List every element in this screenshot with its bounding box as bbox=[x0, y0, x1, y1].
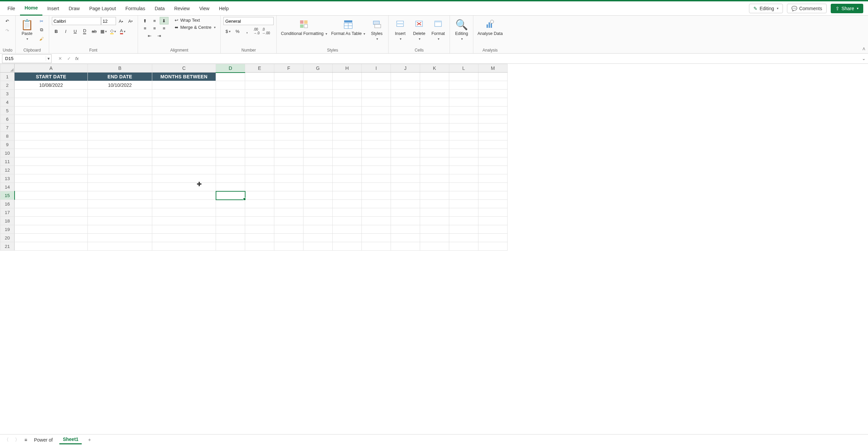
cell[interactable] bbox=[152, 98, 216, 107]
cell[interactable] bbox=[274, 174, 303, 183]
cell[interactable] bbox=[478, 107, 508, 115]
cell[interactable] bbox=[303, 81, 333, 90]
delete-cells-button[interactable]: Delete▾ bbox=[410, 17, 428, 42]
cell[interactable] bbox=[333, 234, 362, 242]
cell[interactable] bbox=[478, 217, 508, 225]
cell[interactable] bbox=[216, 115, 245, 123]
cell[interactable] bbox=[216, 208, 245, 217]
align-left-button[interactable]: ≡ bbox=[141, 24, 150, 32]
collapse-ribbon-button[interactable]: ᐱ bbox=[863, 47, 865, 51]
cell[interactable] bbox=[245, 183, 274, 191]
row-header[interactable]: 14 bbox=[0, 183, 15, 191]
align-top-button[interactable]: ⬆ bbox=[141, 17, 150, 24]
cell[interactable] bbox=[333, 174, 362, 183]
cell[interactable] bbox=[362, 242, 391, 251]
cell[interactable] bbox=[303, 73, 333, 81]
formula-input[interactable] bbox=[81, 56, 859, 61]
cell[interactable] bbox=[303, 217, 333, 225]
cell[interactable] bbox=[333, 98, 362, 107]
cell[interactable] bbox=[478, 115, 508, 123]
cell[interactable] bbox=[303, 208, 333, 217]
cell[interactable] bbox=[303, 225, 333, 234]
cell[interactable] bbox=[245, 200, 274, 208]
row-header[interactable]: 8 bbox=[0, 132, 15, 140]
cell[interactable] bbox=[88, 157, 152, 166]
cell[interactable] bbox=[152, 166, 216, 174]
cell[interactable] bbox=[274, 157, 303, 166]
cell[interactable] bbox=[333, 208, 362, 217]
cell[interactable] bbox=[449, 132, 478, 140]
shrink-font-button[interactable]: A▾ bbox=[126, 17, 135, 25]
comma-format-button[interactable]: , bbox=[242, 27, 251, 35]
cell[interactable] bbox=[216, 166, 245, 174]
spreadsheet-grid[interactable]: ABCDEFGHIJKLM1START DATEEND DATEMONTHS B… bbox=[0, 64, 868, 434]
share-button[interactable]: ⇪ Share ▾ bbox=[831, 4, 863, 13]
cell[interactable] bbox=[478, 191, 508, 200]
cell[interactable] bbox=[152, 191, 216, 200]
cell[interactable] bbox=[216, 157, 245, 166]
cell[interactable] bbox=[362, 149, 391, 157]
decrease-indent-button[interactable]: ⇤ bbox=[145, 32, 154, 39]
cell[interactable] bbox=[303, 242, 333, 251]
cell[interactable] bbox=[245, 149, 274, 157]
cell[interactable] bbox=[391, 225, 420, 234]
cell[interactable] bbox=[449, 183, 478, 191]
column-header[interactable]: H bbox=[333, 64, 362, 73]
align-middle-button[interactable]: ≡ bbox=[150, 17, 159, 24]
cell[interactable] bbox=[303, 191, 333, 200]
cell[interactable] bbox=[420, 132, 449, 140]
cell[interactable] bbox=[245, 242, 274, 251]
cell[interactable] bbox=[449, 90, 478, 98]
font-color-button[interactable]: A▾ bbox=[118, 27, 127, 35]
cell[interactable] bbox=[15, 149, 88, 157]
cell[interactable] bbox=[88, 107, 152, 115]
tab-data[interactable]: Data bbox=[150, 1, 170, 16]
cell[interactable] bbox=[88, 90, 152, 98]
sheet-nav-prev[interactable]: 〈 bbox=[3, 437, 10, 443]
cell[interactable] bbox=[152, 81, 216, 90]
cell[interactable] bbox=[420, 174, 449, 183]
cell[interactable] bbox=[88, 174, 152, 183]
cell[interactable] bbox=[420, 115, 449, 123]
cell[interactable] bbox=[216, 140, 245, 149]
cell[interactable] bbox=[449, 242, 478, 251]
cell[interactable] bbox=[88, 183, 152, 191]
row-header[interactable]: 11 bbox=[0, 157, 15, 166]
cell[interactable] bbox=[15, 132, 88, 140]
align-bottom-button[interactable]: ⬇ bbox=[160, 17, 169, 24]
insert-cells-button[interactable]: Insert▾ bbox=[391, 17, 409, 42]
cell[interactable] bbox=[449, 107, 478, 115]
column-header[interactable]: J bbox=[391, 64, 420, 73]
column-header[interactable]: F bbox=[274, 64, 303, 73]
cell[interactable] bbox=[15, 174, 88, 183]
cell[interactable] bbox=[391, 81, 420, 90]
cell[interactable] bbox=[88, 208, 152, 217]
cell[interactable] bbox=[88, 140, 152, 149]
cell[interactable] bbox=[245, 191, 274, 200]
cell[interactable] bbox=[152, 234, 216, 242]
cell[interactable] bbox=[362, 81, 391, 90]
cell[interactable] bbox=[245, 73, 274, 81]
cell[interactable] bbox=[152, 183, 216, 191]
cell[interactable] bbox=[333, 132, 362, 140]
cell[interactable] bbox=[333, 73, 362, 81]
format-as-table-button[interactable]: Format As Table ▾ bbox=[330, 17, 367, 37]
cell[interactable] bbox=[216, 98, 245, 107]
fx-icon[interactable]: fx bbox=[75, 56, 81, 61]
cell[interactable] bbox=[420, 107, 449, 115]
cell[interactable] bbox=[449, 234, 478, 242]
cell[interactable] bbox=[449, 73, 478, 81]
cell[interactable] bbox=[420, 123, 449, 132]
cell[interactable] bbox=[420, 225, 449, 234]
percent-format-button[interactable]: % bbox=[233, 27, 242, 35]
editing-mode-button[interactable]: ✎ Editing ▾ bbox=[749, 4, 783, 13]
cell[interactable] bbox=[449, 81, 478, 90]
cell[interactable] bbox=[449, 174, 478, 183]
cell[interactable] bbox=[274, 191, 303, 200]
increase-decimal-button[interactable]: .00→.0 bbox=[252, 27, 261, 35]
tab-draw[interactable]: Draw bbox=[64, 1, 84, 16]
cell[interactable] bbox=[303, 200, 333, 208]
cell[interactable] bbox=[303, 157, 333, 166]
cell[interactable] bbox=[362, 98, 391, 107]
cell[interactable] bbox=[274, 140, 303, 149]
